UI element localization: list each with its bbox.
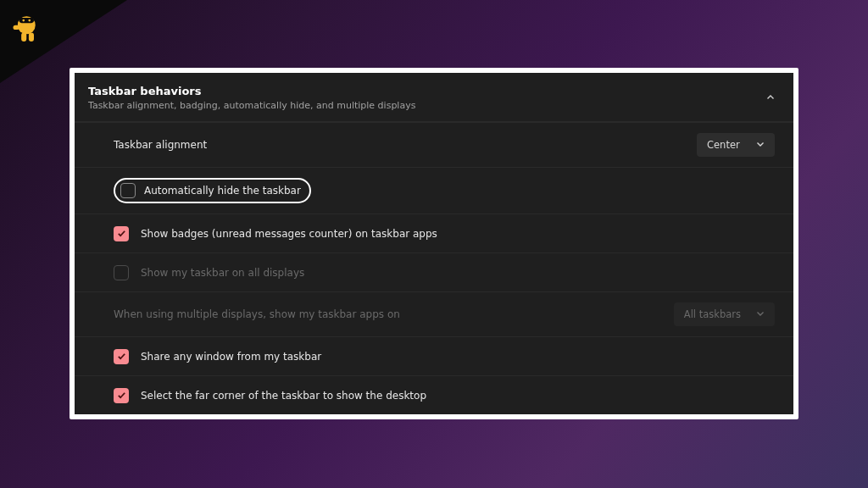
robot-logo-icon [10,12,46,47]
show-badges-checkbox[interactable] [114,226,129,241]
svg-point-3 [22,19,25,22]
chevron-down-icon [756,308,765,320]
multi-display-label: When using multiple displays, show my ta… [114,308,400,320]
highlighted-setting: Automatically hide the taskbar [114,178,311,203]
share-window-label: Share any window from my taskbar [141,351,321,363]
all-displays-checkbox [114,265,129,280]
share-window-row[interactable]: Share any window from my taskbar [75,336,793,375]
svg-rect-6 [21,33,26,42]
taskbar-alignment-row: Taskbar alignment Center [75,122,793,167]
chevron-up-icon [766,92,775,104]
show-badges-label: Show badges (unread messages counter) on… [141,228,437,240]
all-displays-label: Show my taskbar on all displays [141,267,304,279]
multi-display-select: All taskbars [674,302,775,326]
all-displays-row: Show my taskbar on all displays [75,252,793,291]
show-badges-row[interactable]: Show badges (unread messages counter) on… [75,214,793,252]
far-corner-label: Select the far corner of the taskbar to … [141,390,426,402]
section-header[interactable]: Taskbar behaviors Taskbar alignment, bad… [75,73,793,122]
svg-rect-2 [19,18,35,23]
check-icon [117,391,126,400]
far-corner-row[interactable]: Select the far corner of the taskbar to … [75,375,793,414]
taskbar-alignment-select[interactable]: Center [697,133,775,157]
far-corner-checkbox[interactable] [114,388,129,403]
section-subtitle: Taskbar alignment, badging, automaticall… [88,100,415,111]
select-value: All taskbars [684,308,741,320]
check-icon [117,352,126,361]
svg-rect-7 [29,33,34,42]
auto-hide-checkbox[interactable] [120,183,136,198]
svg-point-4 [28,19,31,22]
taskbar-alignment-label: Taskbar alignment [114,139,207,151]
check-icon [117,229,126,238]
auto-hide-row[interactable]: Automatically hide the taskbar [75,168,793,214]
chevron-down-icon [756,139,765,151]
select-value: Center [707,139,740,151]
auto-hide-label: Automatically hide the taskbar [144,185,301,197]
multi-display-row: When using multiple displays, show my ta… [75,291,793,336]
section-title: Taskbar behaviors [88,85,415,97]
svg-rect-5 [14,25,19,30]
share-window-checkbox[interactable] [114,349,129,364]
taskbar-behaviors-section: Taskbar behaviors Taskbar alignment, bad… [75,73,793,414]
settings-panel: Taskbar behaviors Taskbar alignment, bad… [70,68,798,419]
